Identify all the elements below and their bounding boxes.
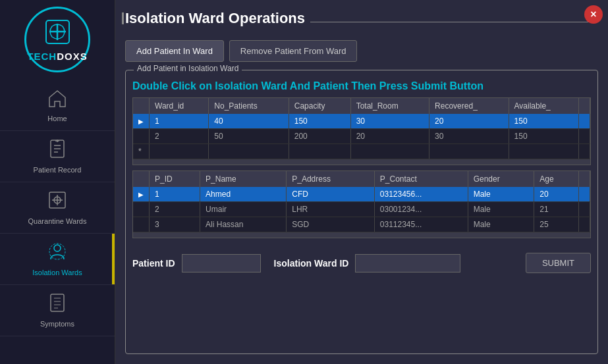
sidebar-item-symptoms[interactable]: Symptoms [0, 285, 115, 336]
patient-col-indicator [133, 171, 150, 187]
patient-table-row[interactable]: 2 Umair LHR 03001234... Male 21 [133, 202, 590, 217]
no-patients-cell: 50 [209, 129, 289, 144]
gender-cell: Male [468, 187, 534, 202]
patient-table-row[interactable]: ▶ 1 Ahmed CFD 03123456... Male 20 [133, 187, 590, 202]
age-cell: 20 [534, 187, 579, 202]
available-cell: 150 [509, 129, 578, 144]
contact-cell: 03123456... [374, 187, 468, 202]
logo: TECHDOXS [24, 7, 90, 72]
ward-col-total-room: Total_Room [350, 98, 429, 114]
ward-col-recovered: Recovered_ [429, 98, 509, 114]
ward-table-container: Ward_id No_Patients Capacity Total_Room … [132, 97, 591, 165]
no-patients-cell: 40 [209, 114, 289, 129]
page-title: Isolation Ward Operations [125, 10, 305, 27]
patient-col-extra [579, 171, 590, 187]
logo-doxs: DOXS [57, 51, 88, 62]
address-cell: SGD [287, 217, 375, 232]
age-cell: 25 [534, 217, 579, 232]
age-cell: 21 [534, 202, 579, 217]
scroll-cell [579, 202, 590, 217]
scroll-cell [579, 114, 590, 129]
recovered-cell: 20 [429, 114, 509, 129]
bottom-form: Patient ID Isolation Ward ID SUBMIT [132, 249, 591, 273]
patient-col-address: P_Address [287, 171, 375, 187]
address-cell: LHR [287, 202, 375, 217]
pid-cell: 1 [150, 187, 200, 202]
title-line: Isolation Ward Operations [125, 10, 598, 34]
action-buttons: Add Patient In Ward Remove Patient From … [125, 40, 598, 62]
logo-text: TECHDOXS [27, 51, 87, 62]
contact-cell: 03001234... [374, 202, 468, 217]
address-cell: CFD [287, 187, 375, 202]
ward-col-capacity: Capacity [289, 98, 350, 114]
svg-point-4 [54, 245, 61, 251]
ward-col-ward-id: Ward_id [150, 98, 209, 114]
patient-col-age: Age [534, 171, 579, 187]
empty-cell [150, 144, 209, 159]
patient-table-container: P_ID P_Name P_Address P_Contact Gender A… [132, 170, 591, 238]
active-indicator [112, 234, 115, 284]
ward-id-cell: 2 [150, 129, 209, 144]
row-indicator [133, 202, 150, 217]
empty-cell [289, 144, 350, 159]
patient-col-gender: Gender [468, 171, 534, 187]
row-indicator: ▶ [133, 114, 150, 129]
sidebar-item-quarantine-wards[interactable]: Quarantine Wards [0, 182, 115, 234]
patient-id-label: Patient ID [132, 258, 175, 269]
empty-cell [209, 144, 289, 159]
patient-id-input[interactable] [182, 254, 261, 273]
symptoms-icon [48, 293, 67, 317]
row-indicator [133, 129, 150, 144]
isolation-icon [47, 242, 67, 266]
ward-col-extra [579, 98, 590, 114]
ward-table-hscroll[interactable] [133, 159, 590, 165]
title-divider [310, 22, 598, 22]
ward-id-cell: 1 [150, 114, 209, 129]
scroll-cell [579, 217, 590, 232]
sidebar-item-isolation-wards[interactable]: Isolation Wards [0, 234, 115, 285]
patient-id-group: Patient ID [132, 254, 261, 273]
patient-col-name: P_Name [200, 171, 287, 187]
submit-button[interactable]: SUBMIT [526, 253, 591, 273]
sidebar-item-patient-record[interactable]: Patient Record [0, 131, 115, 182]
isolation-wards-label: Isolation Wards [32, 269, 82, 276]
total-room-cell: 30 [350, 114, 429, 129]
ward-id-input[interactable] [355, 254, 460, 273]
ward-col-indicator [133, 98, 150, 114]
patient-table-hscroll[interactable] [133, 232, 590, 238]
capacity-cell: 200 [289, 129, 350, 144]
scroll-cell [579, 187, 590, 202]
total-room-cell: 20 [350, 129, 429, 144]
ward-id-label: Isolation Ward ID [274, 258, 349, 269]
ward-col-no-patients: No_Patients [209, 98, 289, 114]
home-label: Home [47, 115, 67, 122]
pid-cell: 2 [150, 202, 200, 217]
patient-col-pid: P_ID [150, 171, 200, 187]
empty-indicator: * [133, 144, 150, 159]
empty-cell [509, 144, 578, 159]
add-patient-button[interactable]: Add Patient In Ward [125, 40, 224, 62]
contact-cell: 03112345... [374, 217, 468, 232]
remove-patient-button[interactable]: Remove Patient From Ward [229, 40, 358, 62]
ward-table-row[interactable]: 2 50 200 20 30 150 [133, 129, 590, 144]
patient-table-row[interactable]: 3 Ali Hassan SGD 03112345... Male 25 [133, 217, 590, 232]
capacity-cell: 150 [289, 114, 350, 129]
ward-table-empty-row: * [133, 144, 590, 159]
quarantine-icon [47, 190, 67, 215]
logo-icon [43, 17, 72, 51]
logo-tech: TECH [27, 51, 57, 62]
sidebar-item-home[interactable]: Home [0, 81, 115, 131]
empty-cell [350, 144, 429, 159]
close-button[interactable]: × [584, 5, 603, 24]
nav-items: Home Patient Record Quaranti [0, 81, 115, 336]
patient-col-contact: P_Contact [374, 171, 468, 187]
recovered-cell: 30 [429, 129, 509, 144]
svg-rect-6 [51, 294, 64, 311]
section-label: Add Patient in Isolation Ward [134, 64, 242, 73]
ward-table-row[interactable]: ▶ 1 40 150 30 20 150 [133, 114, 590, 129]
pid-cell: 3 [150, 217, 200, 232]
main-content: × Isolation Ward Operations Add Patient … [115, 0, 608, 364]
instruction-text: Double Click on Isolation Ward And Patie… [132, 80, 591, 92]
patient-table: P_ID P_Name P_Address P_Contact Gender A… [133, 171, 590, 232]
ward-col-available: Available_ [509, 98, 578, 114]
